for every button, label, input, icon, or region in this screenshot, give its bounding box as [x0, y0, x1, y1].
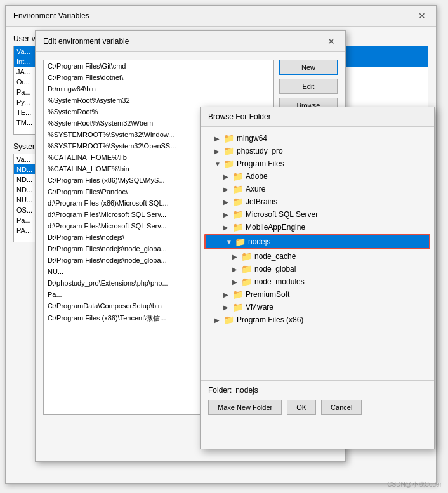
- tree-item-axure[interactable]: ▶ 📁 Axure: [203, 183, 432, 195]
- tree-item-label: Program Files (x86): [237, 315, 303, 324]
- tree-item-label: Microsoft SQL Server: [246, 210, 318, 219]
- path-item[interactable]: D:\mingw64\bin: [44, 83, 273, 95]
- tree-item-label: Adobe: [246, 172, 268, 181]
- chevron-right-icon[interactable]: ▶: [214, 135, 223, 142]
- chevron-down-icon[interactable]: ▼: [226, 239, 235, 246]
- tree-item-label: VMware: [246, 303, 273, 312]
- tree-item-node-modules[interactable]: ▶ 📁 node_modules: [203, 275, 432, 288]
- chevron-right-icon[interactable]: ▶: [223, 291, 232, 298]
- folder-icon: 📁: [223, 146, 234, 156]
- browse-dialog: Browse For Folder ▶ 📁 mingw64 ▶ 📁 phpstu…: [200, 107, 435, 449]
- chevron-right-icon[interactable]: ▶: [223, 199, 232, 206]
- folder-icon: 📁: [223, 133, 234, 143]
- folder-icon: 📁: [223, 159, 234, 169]
- tree-item-label: Axure: [246, 185, 265, 194]
- browse-action-buttons: Make New Folder OK Cancel: [208, 400, 426, 415]
- chevron-right-icon[interactable]: ▶: [223, 173, 232, 180]
- chevron-right-icon[interactable]: ▶: [223, 304, 232, 311]
- folder-icon: 📁: [232, 197, 243, 207]
- path-item[interactable]: C:\Program Files\dotnet\: [44, 72, 273, 83]
- tree-item-label: nodejs: [248, 237, 270, 246]
- env-title-bar: Environment Variables ✕: [6, 6, 436, 27]
- env-close-button[interactable]: ✕: [416, 11, 428, 21]
- watermark: CSDN@小成Coder: [387, 480, 442, 489]
- folder-icon: 📁: [232, 184, 243, 194]
- browse-tree[interactable]: ▶ 📁 mingw64 ▶ 📁 phpstudy_pro ▼ 📁 Program…: [201, 127, 434, 381]
- tree-item-adobe[interactable]: ▶ 📁 Adobe: [203, 170, 432, 183]
- chevron-right-icon[interactable]: ▶: [232, 253, 241, 260]
- tree-item-premiumsoft[interactable]: ▶ 📁 PremiumSoft: [203, 288, 432, 301]
- tree-item-node-cache[interactable]: ▶ 📁 node_cache: [203, 250, 432, 263]
- tree-item-mssql[interactable]: ▶ 📁 Microsoft SQL Server: [203, 208, 432, 221]
- chevron-right-icon[interactable]: ▶: [214, 317, 223, 324]
- tree-item-label: MobileAppEngine: [246, 223, 305, 232]
- folder-icon: 📁: [235, 237, 246, 247]
- chevron-right-icon[interactable]: ▶: [214, 148, 223, 155]
- tree-item-label: node_cache: [254, 252, 296, 261]
- new-button[interactable]: New: [279, 60, 338, 75]
- tree-item-label: Program Files: [237, 159, 284, 168]
- folder-icon: 📁: [241, 277, 252, 287]
- tree-item-jetbrains[interactable]: ▶ 📁 JetBrains: [203, 195, 432, 208]
- edit-title-bar: Edit environment variable ✕: [36, 31, 345, 52]
- tree-item-label: PremiumSoft: [246, 290, 289, 299]
- ok-button[interactable]: OK: [287, 400, 316, 415]
- folder-icon: 📁: [223, 315, 234, 325]
- chevron-right-icon[interactable]: ▶: [223, 186, 232, 193]
- tree-item-label: phpstudy_pro: [237, 147, 283, 155]
- tree-item-nodejs[interactable]: ▼ 📁 nodejs: [206, 235, 429, 248]
- folder-value: nodejs: [235, 386, 258, 395]
- tree-item-label: node_modules: [254, 277, 305, 286]
- chevron-right-icon[interactable]: ▶: [223, 211, 232, 218]
- make-new-folder-button[interactable]: Make New Folder: [208, 400, 282, 415]
- env-title-text: Environment Variables: [13, 11, 89, 20]
- edit-title-text: Edit environment variable: [43, 37, 129, 46]
- chevron-right-icon[interactable]: ▶: [232, 279, 241, 286]
- cancel-button[interactable]: Cancel: [321, 400, 362, 415]
- browse-title-text: Browse For Folder: [208, 112, 271, 121]
- folder-icon: 📁: [232, 302, 243, 312]
- folder-label: Folder:: [208, 386, 232, 395]
- nodejs-highlight-box: ▼ 📁 nodejs: [204, 234, 430, 249]
- tree-item-program-files-x86[interactable]: ▶ 📁 Program Files (x86): [203, 313, 432, 326]
- tree-item-label: node_global: [254, 265, 296, 273]
- path-item[interactable]: %SystemRoot%\system32: [44, 95, 273, 106]
- browse-title-bar: Browse For Folder: [201, 107, 434, 127]
- folder-icon: 📁: [232, 209, 243, 220]
- browse-footer: Folder: nodejs Make New Folder OK Cancel: [201, 381, 434, 420]
- folder-icon: 📁: [241, 251, 252, 261]
- chevron-right-icon[interactable]: ▶: [223, 224, 232, 231]
- tree-item-mobileapp[interactable]: ▶ 📁 MobileAppEngine: [203, 221, 432, 233]
- chevron-right-icon[interactable]: ▶: [232, 266, 241, 273]
- tree-item-program-files[interactable]: ▼ 📁 Program Files: [203, 157, 432, 170]
- folder-icon: 📁: [241, 264, 252, 274]
- edit-close-button[interactable]: ✕: [325, 36, 338, 46]
- path-item[interactable]: C:\Program Files\Git\cmd: [44, 60, 273, 72]
- tree-item-label: JetBrains: [246, 197, 277, 206]
- tree-item-vmware[interactable]: ▶ 📁 VMware: [203, 301, 432, 313]
- tree-item-label: mingw64: [237, 134, 267, 143]
- edit-button[interactable]: Edit: [279, 79, 338, 94]
- tree-item-node-global[interactable]: ▶ 📁 node_global: [203, 263, 432, 275]
- folder-icon: 📁: [232, 171, 243, 181]
- chevron-down-icon[interactable]: ▼: [214, 161, 223, 168]
- folder-icon: 📁: [232, 222, 243, 232]
- folder-icon: 📁: [232, 289, 243, 299]
- folder-label-row: Folder: nodejs: [208, 386, 426, 395]
- tree-item-phpstudy[interactable]: ▶ 📁 phpstudy_pro: [203, 145, 432, 157]
- tree-item-mingw64[interactable]: ▶ 📁 mingw64: [203, 132, 432, 145]
